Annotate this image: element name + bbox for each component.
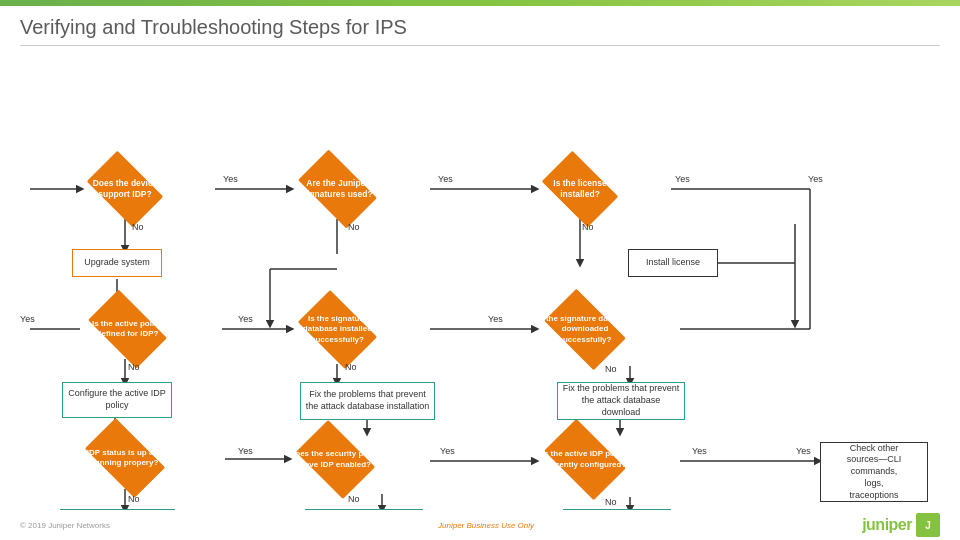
label-yes-9: Yes (440, 446, 455, 456)
footer: © 2019 Juniper Networks Juniper Business… (0, 510, 960, 540)
label-yes-10: Yes (692, 446, 707, 456)
diamond-d5: Is the signature database installed succ… (290, 297, 385, 362)
box-check-other-sources: Check other sources—CLI commands, logs, … (820, 442, 928, 502)
diagram-area: Does the device support IDP? Are the Jun… (0, 54, 960, 514)
diamond-d6: Is the signature database downloaded suc… (535, 297, 635, 362)
diamond-d3: Is the license installed? (535, 159, 625, 219)
label-no-2: No (348, 222, 360, 232)
box-fix-db-install: Fix the problems that prevent the attack… (300, 382, 435, 420)
diamond-d8: Does the security policy have IDP enable… (288, 427, 383, 492)
juniper-logo-icon: J (916, 513, 940, 537)
title-divider (20, 45, 940, 46)
label-yes-6: Yes (238, 314, 253, 324)
label-no-8: No (348, 494, 360, 504)
label-yes-8: Yes (238, 446, 253, 456)
label-yes-4: Yes (808, 174, 823, 184)
box-fix-db-download: Fix the problems that prevent the attack… (557, 382, 685, 420)
label-no-5: No (345, 362, 357, 372)
footer-logo: juniper J (862, 513, 940, 537)
diamond-d4: Is the active policy defined for IDP? (80, 299, 175, 359)
page-title: Verifying and Troubleshooting Steps for … (0, 6, 960, 45)
label-yes-7: Yes (488, 314, 503, 324)
juniper-logo-text: juniper (862, 516, 912, 534)
diamond-d7: IDP status is up and running propery? (75, 427, 175, 489)
label-yes-11: Yes (796, 446, 811, 456)
diamond-d2: Are the Juniper signatures used? (290, 159, 385, 219)
diamond-d9: Is the active IDP policy currently confi… (535, 427, 635, 492)
label-no-1: No (132, 222, 144, 232)
diamond-d1: Does the device support IDP? (80, 159, 170, 219)
label-no-6: No (605, 364, 617, 374)
label-yes-2: Yes (438, 174, 453, 184)
label-yes-5: Yes (20, 314, 35, 324)
label-no-3: No (582, 222, 594, 232)
box-install-license: Install license (628, 249, 718, 277)
label-no-7: No (128, 494, 140, 504)
label-yes-3: Yes (675, 174, 690, 184)
label-yes-1: Yes (223, 174, 238, 184)
label-no-4: No (128, 362, 140, 372)
svg-text:J: J (925, 520, 931, 531)
label-no-9: No (605, 497, 617, 507)
box-configure-idp-policy: Configure the active IDP policy (62, 382, 172, 418)
box-upgrade-system: Upgrade system (72, 249, 162, 277)
footer-center-text: Juniper Business Use Only (438, 521, 534, 530)
footer-copyright: © 2019 Juniper Networks (20, 521, 110, 530)
